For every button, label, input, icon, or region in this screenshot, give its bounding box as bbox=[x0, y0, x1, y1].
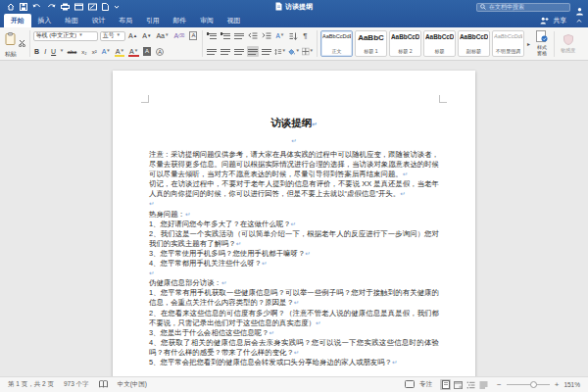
style-subtitle[interactable]: AaBbCcD 副标题 bbox=[458, 30, 490, 57]
style-pane-button[interactable]: 样式窗格 bbox=[533, 30, 551, 57]
character-border-button[interactable]: A bbox=[188, 30, 199, 41]
shrink-font-button[interactable]: A▼ bbox=[141, 30, 153, 41]
distribute-text-button[interactable] bbox=[261, 46, 272, 57]
page-indicator[interactable]: 第 1 页，共 2 页 bbox=[8, 380, 54, 389]
superscript-button[interactable]: x² bbox=[90, 46, 98, 57]
multilevel-list-button[interactable] bbox=[233, 30, 245, 41]
document-paragraph[interactable]: 伪健康信息部分访谈：↵ bbox=[149, 278, 439, 288]
zoom-in-button[interactable]: + bbox=[555, 380, 560, 389]
document-paragraph[interactable]: 5、您平常会把您看到的健康信息会转发或口头分享给身边的家人或朋友吗？↵ bbox=[149, 358, 439, 368]
subscript-button[interactable]: x₂ bbox=[80, 46, 88, 57]
style-label: 标题 1 bbox=[357, 48, 385, 55]
group-separator bbox=[317, 30, 318, 57]
zoom-level[interactable]: 151% bbox=[564, 381, 580, 388]
underline-button[interactable]: U bbox=[50, 46, 58, 57]
document-paragraph[interactable]: 4、您平常都用手机关注些什么呀？↵ bbox=[149, 259, 439, 269]
ribbon-tab[interactable]: 邮件 bbox=[167, 14, 194, 27]
cut-icon[interactable] bbox=[19, 33, 26, 51]
asian-layout-button[interactable]: A▼ bbox=[274, 30, 286, 41]
style-subtle-emphasis[interactable]: AaBbCcDdEe 不明显强调 bbox=[492, 30, 524, 57]
underline-options-icon[interactable]: ▼ bbox=[60, 49, 64, 54]
line-spacing-button[interactable]: ▼ bbox=[274, 46, 286, 57]
ribbon-tab[interactable]: 设计 bbox=[85, 14, 113, 27]
text-effects-button[interactable]: A▼ bbox=[100, 46, 112, 57]
window-icon[interactable] bbox=[74, 3, 83, 11]
numbered-list-button[interactable] bbox=[220, 30, 231, 41]
document-paragraph[interactable]: 注意：采访提纲问题仅供参考，请大家在具体实践的过程中可以随机应变，跟随被访谈者，… bbox=[149, 150, 439, 179]
qat-more-icon[interactable] bbox=[114, 4, 120, 10]
document-paragraph[interactable]: 3、您平常使用手机多吗？您使用手机都干嘛呀？↵ bbox=[149, 249, 439, 259]
proofing-icon[interactable] bbox=[99, 380, 108, 389]
save-icon[interactable] bbox=[20, 3, 27, 11]
document-paragraph[interactable]: 4、您获取了相关的健康信息后会去亲身实践吗？您可以说一下您实践这些信息时的体验吗… bbox=[149, 338, 439, 358]
borders-button[interactable]: ▼ bbox=[302, 46, 314, 57]
show-formatting-marks-button[interactable]: ¶ bbox=[302, 30, 309, 41]
search-input[interactable]: 在文档中搜索 bbox=[476, 3, 570, 12]
ribbon-tab[interactable]: 审阅 bbox=[193, 14, 220, 27]
print-layout-view-icon[interactable] bbox=[440, 379, 451, 390]
style-normal[interactable]: AaBbCcDdEe 正文 bbox=[320, 30, 353, 57]
ribbon-tab[interactable]: 视图 bbox=[220, 14, 248, 27]
draft-view-icon[interactable] bbox=[478, 379, 489, 390]
shading-button[interactable]: ▼ bbox=[288, 46, 300, 57]
document-paragraph[interactable]: ↵ bbox=[149, 269, 439, 278]
document-paragraph[interactable]: 热身问题：↵ bbox=[149, 210, 439, 220]
zoom-slider[interactable] bbox=[507, 384, 550, 385]
account-icon[interactable] bbox=[575, 2, 584, 20]
home-icon[interactable] bbox=[7, 3, 15, 11]
style-heading2[interactable]: AaBbCcD 标题 2 bbox=[389, 30, 421, 57]
undo-icon[interactable] bbox=[32, 3, 42, 11]
web-layout-view-icon[interactable] bbox=[453, 379, 464, 390]
outline-view-icon[interactable] bbox=[466, 379, 476, 390]
ribbon-tab[interactable]: 插入 bbox=[31, 14, 59, 27]
enclose-character-button[interactable]: A bbox=[155, 46, 166, 57]
paste-button[interactable]: 粘贴 bbox=[5, 31, 17, 59]
language-indicator[interactable]: 中文(中国) bbox=[118, 380, 147, 389]
character-shading-button[interactable]: A bbox=[142, 46, 153, 57]
share-button[interactable]: 共享 bbox=[553, 16, 566, 25]
ribbon-tab[interactable]: 绘图 bbox=[58, 14, 85, 27]
ribbon-tab[interactable]: 布局 bbox=[112, 14, 139, 27]
highlight-button[interactable]: A▼ bbox=[114, 46, 125, 57]
bullet-list-button[interactable] bbox=[206, 30, 218, 41]
zoom-out-button[interactable]: − bbox=[497, 380, 502, 389]
font-name-combo[interactable]: 等线 (中文正文)▼ bbox=[33, 31, 98, 41]
styles-more-icon[interactable]: ▸ bbox=[526, 40, 531, 47]
increase-indent-button[interactable] bbox=[261, 30, 272, 41]
align-left-button[interactable] bbox=[206, 46, 218, 57]
document-paragraph[interactable]: 1、您平常有用手机获取一些健康信息吗？可以举一些例子吗？您对于接触到的有关健康的… bbox=[149, 288, 439, 308]
ribbon-tab[interactable]: 开始 bbox=[4, 14, 31, 27]
sort-button[interactable] bbox=[288, 30, 300, 41]
align-right-button[interactable] bbox=[233, 46, 245, 57]
decrease-indent-button[interactable] bbox=[247, 30, 259, 41]
font-size-combo[interactable]: 五号▼ bbox=[100, 31, 125, 41]
document-paragraph[interactable]: 2、在您看来这些信息的可信度有多少啊？（注意不管老人说的健康信息是真是假，我们都… bbox=[149, 309, 439, 328]
grow-font-button[interactable]: A▲ bbox=[127, 30, 139, 41]
clear-formatting-button[interactable]: A⌫ bbox=[172, 30, 186, 41]
zoom-slider-handle[interactable] bbox=[530, 381, 537, 388]
change-case-button[interactable]: Aa▼ bbox=[155, 30, 171, 41]
edit-icon[interactable] bbox=[88, 3, 97, 11]
ribbon-tab[interactable]: 引用 bbox=[139, 14, 167, 27]
document-paragraph[interactable]: 1、您好请问您今年多大了？在这做什么呢？↵ bbox=[149, 220, 439, 229]
redo-icon[interactable] bbox=[47, 3, 56, 11]
focus-mode-button[interactable]: 专注 bbox=[419, 380, 432, 389]
page-1[interactable]: 访谈提纲↵ ↵ 注意：采访提纲问题仅供参考，请大家在具体实践的过程中可以随机应变… bbox=[113, 71, 475, 376]
style-heading1[interactable]: AaBbC 标题 1 bbox=[355, 30, 387, 57]
bold-button[interactable]: B bbox=[33, 46, 41, 57]
font-color-button[interactable]: A▼ bbox=[127, 46, 139, 57]
document-canvas[interactable]: 访谈提纲↵ ↵ 注意：采访提纲问题仅供参考，请大家在具体实践的过程中可以随机应变… bbox=[0, 61, 588, 376]
justify-button[interactable] bbox=[247, 46, 259, 57]
document-heading[interactable]: 访谈提纲↵ bbox=[149, 116, 439, 131]
document-paragraph[interactable]: 2、我们这是一个实践活动（可以简单介绍一下，根据老年人的反应进行下一步询问）您对… bbox=[149, 229, 439, 249]
document-paragraph[interactable]: 切记，在访谈过程中，不要对于老年人提到的信息有评价，不要说 XX 是真还是假，当… bbox=[149, 179, 439, 199]
align-center-button[interactable] bbox=[220, 46, 231, 57]
document-paragraph[interactable]: ↵ bbox=[149, 199, 439, 209]
style-title[interactable]: AaBbCcD 标题 bbox=[423, 30, 456, 57]
new-document-icon[interactable] bbox=[102, 3, 109, 11]
print-icon[interactable] bbox=[61, 3, 70, 11]
document-paragraph[interactable]: 3、您是出于什么会相信这些信息呢？↵ bbox=[149, 328, 439, 338]
word-count[interactable]: 973 个字 bbox=[64, 380, 89, 389]
strikethrough-button[interactable]: abc bbox=[66, 46, 78, 57]
italic-button[interactable]: I bbox=[43, 46, 48, 57]
